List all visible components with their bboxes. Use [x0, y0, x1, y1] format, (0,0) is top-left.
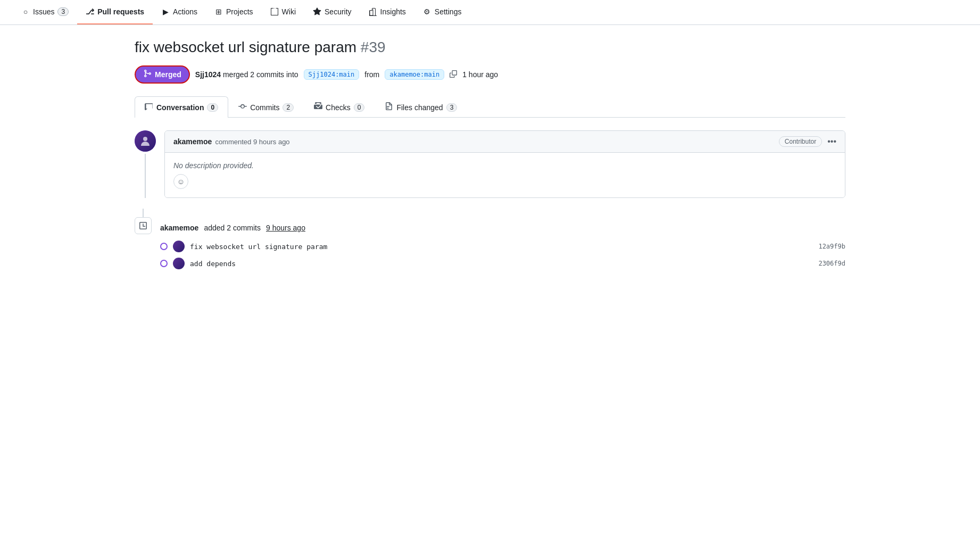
comment-header: akamemoe commented 9 hours ago Contribut… — [165, 131, 845, 153]
tab-commits-label: Commits — [250, 103, 279, 112]
pr-number: #39 — [361, 39, 386, 55]
projects-icon: ⊞ — [214, 7, 223, 16]
conversation-tab-icon — [145, 102, 153, 112]
avatar-image — [135, 130, 156, 152]
commit-message[interactable]: add depends — [190, 260, 813, 268]
nav-pull-requests[interactable]: ⎇ Pull requests — [77, 0, 153, 24]
status-row: Merged Sjj1024 merged 2 commits into Sjj… — [135, 65, 845, 84]
commit-sha[interactable]: 12a9f9b — [818, 243, 845, 250]
comment-avatar — [135, 130, 156, 152]
comment-thread: akamemoe commented 9 hours ago Contribut… — [135, 130, 845, 198]
commit-dot — [160, 243, 168, 250]
pr-time-ago: 1 hour ago — [462, 70, 498, 79]
nav-actions[interactable]: ▶ Actions — [153, 0, 206, 24]
source-branch-tag[interactable]: akamemoe:main — [385, 69, 444, 80]
pr-title: fix websocket url signature param #39 — [135, 38, 845, 57]
comment-time: commented 9 hours ago — [215, 138, 289, 146]
commit-dot — [160, 260, 168, 267]
commit-avatar — [173, 241, 185, 252]
pr-title-text: fix websocket url signature param — [135, 39, 356, 55]
issues-badge: 3 — [57, 7, 69, 16]
commit-item: fix websocket url signature param 12a9f9… — [160, 241, 845, 252]
commit-group-author[interactable]: akamemoe — [160, 224, 198, 232]
contributor-badge: Contributor — [779, 136, 822, 147]
commits-content: akamemoe added 2 commits 9 hours ago fix… — [160, 209, 845, 269]
nav-pull-requests-label: Pull requests — [97, 7, 144, 16]
merged-label: Merged — [155, 70, 181, 79]
commit-group-time[interactable]: 9 hours ago — [266, 224, 305, 232]
nav-insights[interactable]: Insights — [360, 0, 414, 24]
commit-group-action-text: added 2 commits — [204, 224, 261, 232]
issues-icon: ○ — [21, 7, 30, 16]
commit-group-header: akamemoe added 2 commits 9 hours ago — [160, 224, 845, 232]
insights-icon — [369, 7, 377, 16]
svg-point-0 — [143, 137, 147, 141]
pr-merger-name[interactable]: Sjj1024 — [195, 70, 221, 79]
tab-checks-count: 0 — [354, 103, 365, 112]
pr-tabs: Conversation 0 Commits 2 Checks 0 Files … — [135, 96, 845, 118]
checks-tab-icon — [314, 102, 322, 112]
nav-projects[interactable]: ⊞ Projects — [206, 0, 262, 24]
tab-conversation-label: Conversation — [156, 103, 204, 112]
comment-author[interactable]: akamemoe — [173, 137, 212, 146]
comment-box: akamemoe commented 9 hours ago Contribut… — [164, 130, 845, 198]
nav-wiki-label: Wiki — [282, 7, 296, 16]
nav-actions-label: Actions — [173, 7, 197, 16]
nav-settings-label: Settings — [435, 7, 462, 16]
nav-security-label: Security — [325, 7, 352, 16]
tab-conversation-count: 0 — [207, 103, 218, 112]
files-changed-tab-icon — [385, 102, 393, 112]
tab-checks[interactable]: Checks 0 — [304, 96, 375, 118]
tab-files-changed-count: 3 — [446, 103, 458, 112]
nav-settings[interactable]: ⚙ Settings — [414, 0, 470, 24]
merge-icon — [143, 69, 152, 80]
settings-icon: ⚙ — [423, 7, 431, 16]
nav-wiki[interactable]: Wiki — [262, 0, 304, 24]
commit-item: add depends 2306f9d — [160, 258, 845, 269]
comment-body-text: No description provided. — [173, 161, 836, 170]
status-description: Sjj1024 merged 2 commits into — [195, 70, 298, 79]
tab-checks-label: Checks — [326, 103, 351, 112]
top-navigation: ○ Issues 3 ⎇ Pull requests ▶ Actions ⊞ P… — [0, 0, 980, 25]
comment-more-button[interactable]: ••• — [827, 137, 836, 146]
merged-badge: Merged — [135, 65, 190, 84]
commit-message[interactable]: fix websocket url signature param — [190, 243, 813, 251]
commits-push-icon — [135, 217, 152, 234]
nav-issues-label: Issues — [33, 7, 54, 16]
nav-insights-label: Insights — [380, 7, 406, 16]
nav-issues[interactable]: ○ Issues 3 — [13, 0, 77, 24]
commits-added-section: akamemoe added 2 commits 9 hours ago fix… — [135, 209, 845, 269]
commit-sha[interactable]: 2306f9d — [818, 260, 845, 267]
tab-files-changed-label: Files changed — [396, 103, 443, 112]
target-branch-tag[interactable]: Sjj1024:main — [304, 69, 360, 80]
security-icon — [313, 7, 321, 16]
copy-branch-icon[interactable] — [450, 70, 457, 79]
tab-conversation[interactable]: Conversation 0 — [135, 96, 228, 118]
commit-list: fix websocket url signature param 12a9f9… — [160, 241, 845, 269]
reaction-icon: ☺ — [177, 177, 185, 186]
add-reaction-button[interactable]: ☺ — [173, 174, 188, 189]
wiki-icon — [270, 7, 279, 16]
actions-icon: ▶ — [161, 7, 170, 16]
comment-actions: Contributor ••• — [779, 136, 836, 147]
tab-commits-count: 2 — [283, 103, 294, 112]
tab-commits[interactable]: Commits 2 — [228, 96, 304, 118]
main-content: fix websocket url signature param #39 Me… — [118, 25, 862, 282]
nav-projects-label: Projects — [226, 7, 253, 16]
commit-avatar — [173, 258, 185, 269]
tab-files-changed[interactable]: Files changed 3 — [375, 96, 467, 118]
comment-body: No description provided. ☺ — [165, 153, 845, 197]
nav-security[interactable]: Security — [304, 0, 360, 24]
pull-requests-icon: ⎇ — [86, 7, 94, 16]
commits-tab-icon — [238, 102, 247, 112]
